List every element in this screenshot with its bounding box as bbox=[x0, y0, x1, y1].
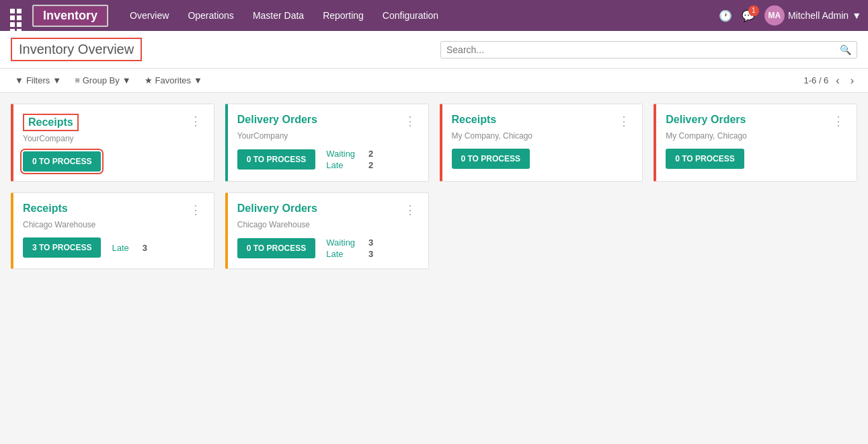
filters-dropdown-icon: ▼ bbox=[52, 75, 61, 85]
stat-value: 2 bbox=[368, 160, 373, 170]
card-card-1: Receipts ⋮ YourCompany 0 TO PROCESS bbox=[11, 104, 214, 182]
card-card-3: Receipts ⋮ My Company, Chicago 0 TO PROC… bbox=[440, 104, 643, 182]
card-menu-button[interactable]: ⋮ bbox=[615, 114, 633, 128]
card-body: 0 TO PROCESS bbox=[452, 149, 633, 169]
card-title: Receipts bbox=[23, 202, 68, 215]
card-stats: Waiting 2 Late 2 bbox=[326, 149, 373, 170]
filter-controls: ▼ Filters ▼ ≡ Group By ▼ ★ Favorites ▼ bbox=[11, 73, 206, 88]
process-button[interactable]: 0 TO PROCESS bbox=[23, 151, 101, 172]
filters-button[interactable]: ▼ Filters ▼ bbox=[11, 73, 65, 88]
card-header: Delivery Orders ⋮ bbox=[237, 202, 419, 217]
page-title: Inventory Overview bbox=[11, 38, 142, 61]
nav-configuration[interactable]: Configuration bbox=[374, 6, 446, 25]
star-icon: ★ bbox=[145, 75, 153, 85]
filter-bar: ▼ Filters ▼ ≡ Group By ▼ ★ Favorites ▼ 1… bbox=[0, 69, 868, 93]
chat-icon[interactable]: 💬 1 bbox=[742, 9, 755, 22]
user-dropdown-icon: ▼ bbox=[852, 10, 861, 21]
search-icon[interactable]: 🔍 bbox=[840, 44, 851, 55]
favorites-dropdown-icon: ▼ bbox=[194, 75, 202, 85]
groupby-button[interactable]: ≡ Group By ▼ bbox=[71, 73, 134, 88]
card-menu-button[interactable]: ⋮ bbox=[187, 202, 204, 217]
card-title: Delivery Orders bbox=[666, 114, 746, 126]
cards-grid: Receipts ⋮ YourCompany 0 TO PROCESS Deli… bbox=[0, 93, 868, 280]
stat-label: Late bbox=[326, 160, 343, 170]
search-input[interactable] bbox=[446, 44, 840, 55]
card-body: 3 TO PROCESS Late 3 bbox=[23, 237, 204, 258]
groupby-icon: ≡ bbox=[75, 75, 80, 85]
card-menu-button[interactable]: ⋮ bbox=[187, 114, 204, 128]
nav-reporting[interactable]: Reporting bbox=[315, 6, 372, 25]
stat-label: Waiting bbox=[326, 237, 355, 248]
stat-value: 3 bbox=[368, 249, 373, 259]
stat-value: 3 bbox=[368, 237, 373, 248]
process-button[interactable]: 0 TO PROCESS bbox=[237, 238, 315, 258]
stat-row: Late 3 bbox=[326, 249, 373, 259]
card-header: Delivery Orders ⋮ bbox=[666, 114, 847, 128]
card-menu-button[interactable]: ⋮ bbox=[401, 202, 419, 217]
card-header: Receipts ⋮ bbox=[452, 114, 633, 128]
brand-logo: Inventory bbox=[32, 5, 108, 27]
card-card-6: Delivery Orders ⋮ Chicago Warehouse 0 TO… bbox=[225, 192, 429, 269]
navbar-right: 🕐 💬 1 MA Mitchell Admin ▼ bbox=[719, 5, 861, 26]
process-button[interactable]: 0 TO PROCESS bbox=[666, 149, 744, 169]
stat-label: Late bbox=[326, 249, 343, 259]
navbar: Inventory Overview Operations Master Dat… bbox=[0, 0, 868, 31]
favorites-button[interactable]: ★ Favorites ▼ bbox=[141, 73, 206, 88]
groupby-dropdown-icon: ▼ bbox=[122, 75, 131, 85]
stat-row: Waiting 2 bbox=[326, 149, 373, 159]
card-header: Receipts ⋮ bbox=[23, 114, 204, 131]
main-menu: Overview Operations Master Data Reportin… bbox=[122, 6, 719, 25]
card-card-4: Delivery Orders ⋮ My Company, Chicago 0 … bbox=[654, 104, 857, 182]
process-button[interactable]: 3 TO PROCESS bbox=[23, 237, 101, 258]
pagination-text: 1-6 / 6 bbox=[803, 75, 828, 85]
process-button[interactable]: 0 TO PROCESS bbox=[237, 149, 315, 170]
card-stats: Late 3 bbox=[112, 243, 147, 253]
notification-badge: 1 bbox=[748, 5, 759, 16]
stat-row: Late 3 bbox=[112, 243, 147, 253]
prev-page-button[interactable]: ‹ bbox=[832, 73, 842, 88]
stat-value: 2 bbox=[368, 149, 373, 159]
stat-label: Waiting bbox=[326, 149, 355, 159]
stat-label: Late bbox=[112, 243, 128, 253]
card-title: Delivery Orders bbox=[237, 114, 317, 126]
user-menu[interactable]: MA Mitchell Admin ▼ bbox=[764, 5, 861, 26]
card-stats: Waiting 3 Late 3 bbox=[326, 237, 373, 259]
card-subtitle: Chicago Warehouse bbox=[23, 220, 204, 229]
card-body: 0 TO PROCESS Waiting 3 Late 3 bbox=[237, 237, 419, 259]
apps-menu-button[interactable] bbox=[7, 5, 27, 26]
nav-overview[interactable]: Overview bbox=[122, 6, 177, 25]
card-body: 0 TO PROCESS bbox=[23, 151, 204, 172]
pagination-control: 1-6 / 6 ‹ › bbox=[803, 73, 857, 88]
card-subtitle: My Company, Chicago bbox=[452, 131, 633, 141]
avatar: MA bbox=[764, 5, 785, 26]
card-title: Receipts bbox=[452, 114, 497, 126]
nav-operations[interactable]: Operations bbox=[180, 6, 241, 25]
search-box: 🔍 bbox=[440, 41, 857, 59]
card-menu-button[interactable]: ⋮ bbox=[401, 114, 419, 128]
nav-master-data[interactable]: Master Data bbox=[245, 6, 312, 25]
card-subtitle: Chicago Warehouse bbox=[237, 220, 419, 229]
stat-value: 3 bbox=[143, 243, 147, 253]
card-card-5: Receipts ⋮ Chicago Warehouse 3 TO PROCES… bbox=[11, 192, 214, 269]
clock-icon[interactable]: 🕐 bbox=[719, 9, 732, 22]
card-header: Delivery Orders ⋮ bbox=[237, 114, 419, 128]
process-button[interactable]: 0 TO PROCESS bbox=[452, 149, 530, 169]
card-title: Receipts bbox=[23, 114, 79, 131]
card-body: 0 TO PROCESS bbox=[666, 149, 847, 169]
card-title: Delivery Orders bbox=[237, 202, 317, 215]
user-name: Mitchell Admin bbox=[788, 10, 849, 21]
card-body: 0 TO PROCESS Waiting 2 Late 2 bbox=[237, 149, 419, 170]
card-menu-button[interactable]: ⋮ bbox=[830, 114, 847, 128]
card-subtitle: My Company, Chicago bbox=[666, 131, 847, 141]
card-subtitle: YourCompany bbox=[237, 131, 419, 141]
stat-row: Waiting 3 bbox=[326, 237, 373, 248]
stat-row: Late 2 bbox=[326, 160, 373, 170]
card-header: Receipts ⋮ bbox=[23, 202, 204, 217]
filter-icon: ▼ bbox=[15, 75, 24, 85]
next-page-button[interactable]: › bbox=[847, 73, 857, 88]
card-card-2: Delivery Orders ⋮ YourCompany 0 TO PROCE… bbox=[225, 104, 429, 182]
card-subtitle: YourCompany bbox=[23, 134, 204, 143]
